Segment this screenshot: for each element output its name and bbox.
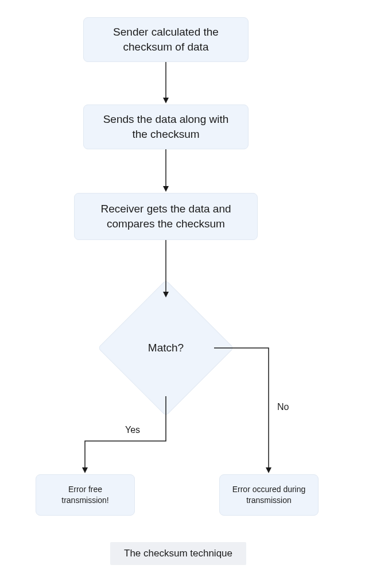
process-step-3: Receiver gets the data and compares the …: [74, 193, 258, 240]
decision-node: Match?: [118, 300, 214, 396]
edge-label-yes: Yes: [125, 425, 140, 435]
process-step-1: Sender calculated the checksum of data: [83, 17, 249, 62]
process-step-3-text: Receiver gets the data and compares the …: [86, 202, 246, 231]
result-yes: Error free transmission!: [36, 474, 135, 516]
result-no: Error occured during transmission: [219, 474, 319, 516]
process-step-2: Sends the data along with the checksum: [83, 105, 249, 149]
diagram-caption: The checksum technique: [110, 542, 246, 565]
process-step-2-text: Sends the data along with the checksum: [95, 112, 236, 141]
edge-label-no: No: [277, 402, 289, 412]
process-step-1-text: Sender calculated the checksum of data: [95, 25, 236, 54]
diagram-caption-text: The checksum technique: [124, 548, 232, 559]
result-no-text: Error occured during transmission: [228, 484, 310, 506]
decision-label: Match?: [118, 300, 214, 396]
result-yes-text: Error free transmission!: [44, 484, 126, 506]
